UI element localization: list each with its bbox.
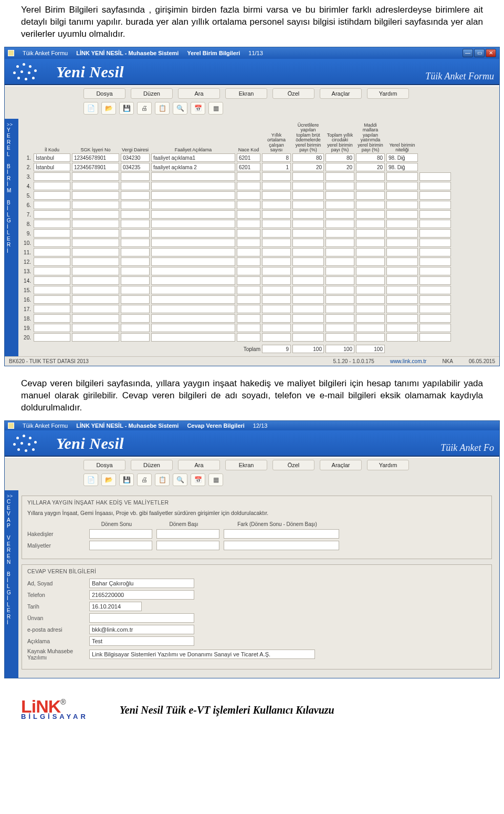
empty-cell[interactable] [326,276,354,285]
empty-cell[interactable] [72,182,119,190]
empty-cell[interactable] [34,248,70,256]
empty-cell[interactable] [356,324,385,332]
empty-cell[interactable] [237,333,260,342]
empty-cell[interactable] [72,305,119,313]
empty-cell[interactable] [262,229,291,238]
empty-cell[interactable] [151,333,235,342]
empty-cell[interactable] [237,220,260,228]
empty-cell[interactable] [72,286,119,294]
empty-cell[interactable] [326,248,354,256]
empty-cell[interactable] [419,333,451,342]
empty-cell[interactable] [386,210,418,219]
empty-cell[interactable] [151,182,235,190]
empty-cell[interactable] [262,248,291,256]
empty-cell[interactable] [292,191,324,200]
empty-cell[interactable] [262,267,291,275]
empty-cell[interactable] [356,229,385,238]
empty-cell[interactable] [419,239,451,247]
empty-cell[interactable] [34,172,70,181]
empty-cell[interactable] [326,305,354,313]
empty-cell[interactable] [326,210,354,219]
empty-cell[interactable] [326,182,354,190]
empty-cell[interactable] [419,324,451,332]
close-button[interactable]: ✕ [486,49,496,57]
empty-cell[interactable] [386,220,418,228]
menu-yardim[interactable]: Yardım [367,460,409,470]
empty-cell[interactable] [262,324,291,332]
cell-faal[interactable]: faaliyet açıklama 2 [151,163,235,171]
empty-cell[interactable] [121,220,150,228]
empty-cell[interactable] [121,210,150,219]
empty-cell[interactable] [121,314,150,323]
empty-cell[interactable] [121,305,150,313]
empty-cell[interactable] [34,201,70,209]
tool-copy-icon[interactable]: 📋 [155,102,170,115]
empty-cell[interactable] [72,295,119,304]
cell-nace[interactable]: 6201 [237,153,260,162]
empty-cell[interactable] [237,229,260,238]
empty-cell[interactable] [151,276,235,285]
empty-cell[interactable] [34,295,70,304]
empty-cell[interactable] [151,257,235,266]
tool-find-icon[interactable]: 🔍 [173,102,187,115]
empty-cell[interactable] [356,248,385,256]
empty-cell[interactable] [121,257,150,266]
empty-cell[interactable] [121,286,150,294]
tool-grid-icon[interactable]: ▦ [208,473,223,486]
empty-cell[interactable] [72,210,119,219]
menu-duzen[interactable]: Düzen [131,460,173,470]
empty-cell[interactable] [386,201,418,209]
menu-dosya[interactable]: Dosya [83,88,125,99]
empty-cell[interactable] [72,333,119,342]
empty-cell[interactable] [326,191,354,200]
empty-cell[interactable] [292,295,324,304]
empty-cell[interactable] [326,286,354,294]
input-tarih[interactable]: 16.10.2014 [89,602,142,611]
empty-cell[interactable] [72,220,119,228]
empty-cell[interactable] [356,210,385,219]
empty-cell[interactable] [326,314,354,323]
empty-cell[interactable] [292,210,324,219]
empty-cell[interactable] [262,220,291,228]
empty-cell[interactable] [121,239,150,247]
empty-cell[interactable] [237,239,260,247]
empty-cell[interactable] [326,172,354,181]
empty-cell[interactable] [72,248,119,256]
empty-cell[interactable] [121,182,150,190]
empty-cell[interactable] [121,201,150,209]
empty-cell[interactable] [326,257,354,266]
empty-cell[interactable] [151,267,235,275]
empty-cell[interactable] [121,295,150,304]
empty-cell[interactable] [262,305,291,313]
empty-cell[interactable] [237,210,260,219]
minimize-button[interactable]: — [463,49,473,57]
empty-cell[interactable] [237,172,260,181]
empty-cell[interactable] [262,295,291,304]
empty-cell[interactable] [356,305,385,313]
empty-cell[interactable] [419,276,451,285]
cell-p3[interactable]: 80 [356,153,385,162]
cell-vd[interactable]: 034235 [121,163,150,171]
empty-cell[interactable] [34,182,70,190]
empty-cell[interactable] [419,210,451,219]
empty-cell[interactable] [356,314,385,323]
empty-cell[interactable] [34,267,70,275]
empty-cell[interactable] [326,324,354,332]
tool-calendar-icon[interactable]: 📅 [191,473,205,486]
empty-cell[interactable] [292,305,324,313]
empty-cell[interactable] [262,257,291,266]
empty-cell[interactable] [151,314,235,323]
input-aciklama[interactable]: Test [89,636,194,646]
empty-cell[interactable] [419,182,451,190]
empty-cell[interactable] [121,248,150,256]
cell-cal[interactable]: 1 [262,163,291,171]
menu-ozel[interactable]: Özel [272,88,314,99]
empty-cell[interactable] [356,239,385,247]
empty-cell[interactable] [326,267,354,275]
input-unvan[interactable] [89,613,194,623]
empty-cell[interactable] [262,172,291,181]
empty-cell[interactable] [292,248,324,256]
empty-cell[interactable] [72,324,119,332]
empty-cell[interactable] [356,286,385,294]
empty-cell[interactable] [386,229,418,238]
